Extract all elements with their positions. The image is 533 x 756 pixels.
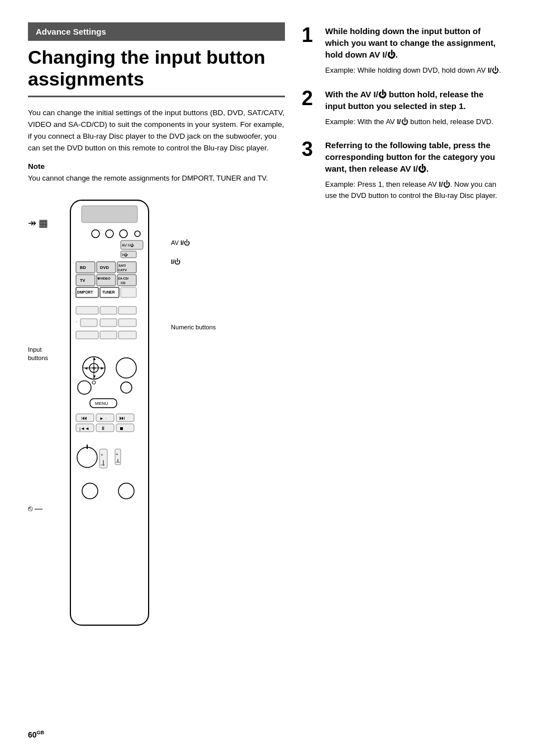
svg-text:⏸: ⏸ bbox=[101, 426, 106, 431]
step-3-title: Referring to the following table, press … bbox=[325, 139, 505, 174]
svg-text:DMPORT: DMPORT bbox=[77, 290, 93, 294]
numeric-buttons-label: Numeric buttons bbox=[171, 324, 216, 330]
svg-rect-35 bbox=[118, 319, 136, 327]
step-2-content: With the AV I/⏻ button hold, release the… bbox=[325, 88, 505, 127]
svg-text:—: — bbox=[101, 462, 105, 467]
main-title: Changing the input button assignments bbox=[28, 46, 285, 97]
svg-rect-1 bbox=[82, 206, 137, 223]
step-1: 1 While holding down the input button of… bbox=[302, 25, 505, 76]
svg-text:—: — bbox=[116, 459, 120, 464]
svg-rect-31 bbox=[118, 306, 136, 314]
svg-rect-58 bbox=[116, 414, 134, 422]
step-2: 2 With the AV I/⏻ button hold, release t… bbox=[302, 88, 505, 127]
diagram-labels-right: AV I/⏻ I/⏻ Numeric buttons bbox=[171, 195, 216, 331]
svg-text:TUNER: TUNER bbox=[102, 290, 115, 294]
step-1-content: While holding down the input button of w… bbox=[325, 25, 505, 76]
note-text: You cannot change the remote assignments… bbox=[28, 173, 285, 184]
note-heading: Note bbox=[28, 162, 285, 171]
advance-settings-label: Advance Settings bbox=[36, 27, 106, 36]
step-1-title: While holding down the input button of w… bbox=[325, 25, 505, 60]
svg-text:SA-CD/: SA-CD/ bbox=[118, 277, 129, 280]
svg-text:·: · bbox=[76, 319, 78, 324]
step-1-number: 1 bbox=[302, 25, 317, 45]
svg-rect-29 bbox=[76, 306, 98, 314]
svg-text:BD: BD bbox=[80, 265, 86, 270]
left-column: Advance Settings Changing the input butt… bbox=[28, 22, 285, 632]
av-power-label: AV I/⏻ bbox=[171, 239, 190, 246]
step-2-number: 2 bbox=[302, 88, 317, 108]
step-2-example: Example: With the AV I/⏻ button held, re… bbox=[325, 116, 505, 127]
remote-svg: AV I/⏻ I/⏻ BD DVD SAT/ CATV TV bbox=[54, 195, 165, 632]
svg-rect-33 bbox=[80, 319, 97, 327]
step-3-content: Referring to the following table, press … bbox=[325, 139, 505, 201]
svg-rect-38 bbox=[118, 331, 136, 339]
svg-text:►: ► bbox=[100, 366, 104, 371]
svg-text:CD: CD bbox=[121, 281, 126, 285]
svg-rect-65 bbox=[116, 424, 134, 432]
step-3: 3 Referring to the following table, pres… bbox=[302, 139, 505, 201]
power-label: I/⏻ bbox=[171, 258, 180, 265]
svg-text:+: + bbox=[101, 452, 103, 457]
svg-text:▼: ▼ bbox=[92, 374, 97, 379]
arrow-icon: ↠ bbox=[28, 217, 36, 229]
svg-text:AV I/⏻: AV I/⏻ bbox=[122, 243, 134, 247]
step-3-number: 3 bbox=[302, 139, 317, 159]
svg-text:TV: TV bbox=[80, 278, 85, 283]
svg-text:◄: ◄ bbox=[84, 366, 88, 371]
body-text: You can change the initial settings of t… bbox=[28, 107, 285, 154]
svg-text:⏹: ⏹ bbox=[120, 426, 124, 431]
svg-text:⊕VIDEO: ⊕VIDEO bbox=[97, 277, 111, 280]
svg-text:► ·: ► · bbox=[99, 416, 106, 421]
svg-text:+: + bbox=[116, 452, 118, 457]
svg-text:⊕: ⊕ bbox=[92, 366, 96, 371]
svg-text:SAT/: SAT/ bbox=[118, 264, 126, 267]
svg-rect-19 bbox=[97, 275, 116, 286]
svg-text:⏮: ⏮ bbox=[82, 415, 87, 421]
svg-rect-36 bbox=[76, 331, 98, 339]
diagram-labels-left: ↠ ▦ Input buttons ⎋ — bbox=[28, 195, 48, 513]
step-3-example: Example: Press 1, then release AV I/⏻. N… bbox=[325, 179, 505, 201]
remote-diagram: ↠ ▦ Input buttons ⎋ — bbox=[28, 195, 285, 632]
advance-settings-banner: Advance Settings bbox=[28, 22, 285, 41]
svg-text:⏭: ⏭ bbox=[120, 415, 125, 421]
step-1-example: Example: While holding down DVD, hold do… bbox=[325, 65, 505, 76]
page: Advance Settings Changing the input butt… bbox=[0, 0, 533, 655]
svg-text:▲: ▲ bbox=[92, 356, 97, 361]
svg-rect-37 bbox=[100, 331, 117, 339]
right-column: 1 While holding down the input button of… bbox=[302, 22, 505, 632]
svg-rect-28 bbox=[121, 287, 136, 297]
svg-text:|◄◄: |◄◄ bbox=[79, 426, 89, 431]
svg-rect-17 bbox=[76, 275, 95, 286]
svg-text:DVD: DVD bbox=[100, 265, 109, 270]
svg-rect-30 bbox=[100, 306, 117, 314]
svg-text:CATV: CATV bbox=[118, 268, 127, 272]
input-buttons-label: Input buttons bbox=[28, 346, 48, 362]
svg-rect-34 bbox=[100, 319, 117, 327]
grid-icon: ▦ bbox=[39, 217, 48, 229]
step-2-title: With the AV I/⏻ button hold, release the… bbox=[325, 88, 505, 112]
svg-text:MENU: MENU bbox=[95, 401, 108, 406]
page-number: 60GB bbox=[28, 730, 44, 739]
svg-text:I/⏻: I/⏻ bbox=[122, 253, 128, 257]
